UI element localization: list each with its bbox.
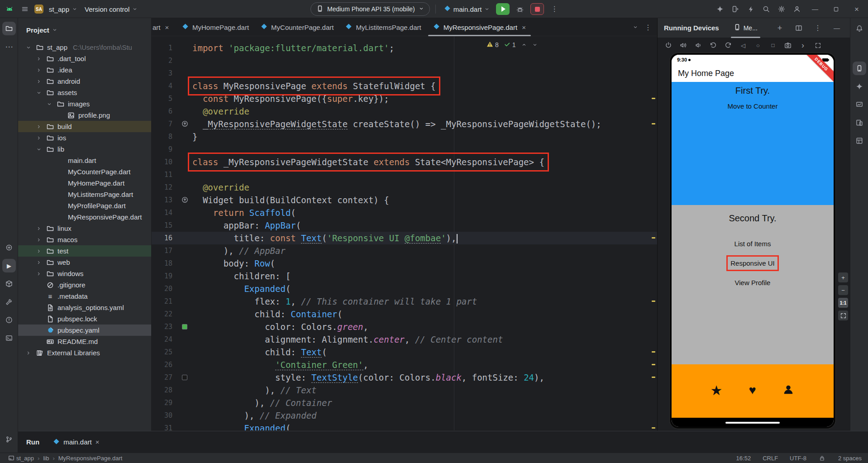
- heart-icon[interactable]: ♥: [749, 384, 756, 396]
- zoom-out-button[interactable]: −: [838, 285, 848, 295]
- split-view-button[interactable]: [792, 22, 806, 34]
- tab-mycounterpage-dart[interactable]: MyCounterPage.dart: [255, 18, 339, 36]
- gemini-tool-button[interactable]: [853, 80, 866, 93]
- code-line-11[interactable]: 11: [152, 168, 657, 181]
- code-line-16[interactable]: 16 title: const Text('Responsive UI @fom…: [152, 232, 657, 244]
- code-line-8[interactable]: 8}: [152, 130, 657, 143]
- tree-item-myprofilepage-dart[interactable]: MyProfilePage.dart: [18, 200, 151, 211]
- override-method-icon[interactable]: [181, 194, 188, 206]
- code-line-28[interactable]: 28 ), // Text: [152, 384, 657, 396]
- tree-item-st-app[interactable]: st_appC:\Users\fomba\Stu: [18, 42, 151, 53]
- line-number[interactable]: 14: [152, 206, 177, 219]
- run-toolwindow-title[interactable]: Run: [26, 438, 39, 446]
- line-number[interactable]: 11: [152, 168, 177, 181]
- line-number[interactable]: 22: [152, 308, 177, 320]
- zoom-actual-size-button[interactable]: 1:1: [838, 298, 848, 308]
- volume-up-button[interactable]: [679, 41, 688, 50]
- fullscreen-button[interactable]: [813, 41, 822, 50]
- more-chevron-button[interactable]: ›: [798, 41, 807, 50]
- line-separator[interactable]: CRLF: [763, 455, 778, 462]
- stripe-warning-mark[interactable]: [652, 364, 655, 365]
- line-number[interactable]: 3: [152, 67, 177, 80]
- code-line-2[interactable]: 2: [152, 54, 657, 67]
- debug-button[interactable]: [513, 3, 527, 15]
- code-line-6[interactable]: 6 @override: [152, 105, 657, 118]
- close-icon[interactable]: ×: [95, 438, 100, 446]
- close-button[interactable]: ×: [847, 0, 866, 18]
- hide-panel-button[interactable]: —: [830, 22, 844, 34]
- tab-list-dropdown-icon[interactable]: [633, 24, 638, 31]
- tree-item-ios[interactable]: ios: [18, 132, 151, 143]
- minimize-button[interactable]: —: [806, 0, 825, 18]
- stop-button[interactable]: [530, 3, 544, 15]
- code-line-10[interactable]: 10class _MyResponsivePageWidgetState ext…: [152, 156, 657, 168]
- tab-myhomepage-dart[interactable]: MyHomePage.dart: [176, 18, 255, 36]
- notifications-tool-button[interactable]: [853, 22, 866, 35]
- apply-changes-button[interactable]: [744, 3, 758, 15]
- code-line-9[interactable]: 9: [152, 143, 657, 156]
- run-tool-button[interactable]: ▶: [2, 259, 16, 272]
- code-line-13[interactable]: 13 Widget build(BuildContext context) {: [152, 194, 657, 206]
- device-mirror-button[interactable]: [729, 3, 742, 15]
- readonly-icon[interactable]: [818, 454, 826, 462]
- inspections-widget[interactable]: 8 1: [486, 41, 538, 49]
- code-line-29[interactable]: 29 ), // Container: [152, 396, 657, 409]
- code-line-24[interactable]: 24 alignment: Alignment.center, // Cente…: [152, 333, 657, 346]
- tree-item-main-dart[interactable]: main.dart: [18, 155, 151, 166]
- line-number[interactable]: 24: [152, 333, 177, 346]
- cursor-position[interactable]: 16:52: [736, 455, 751, 462]
- line-number[interactable]: 4: [152, 80, 177, 92]
- checks-count[interactable]: 1: [504, 41, 516, 49]
- tree-item-web[interactable]: web: [18, 257, 151, 268]
- code-line-5[interactable]: 5 const MyResponsivePage({super.key});: [152, 92, 657, 105]
- code-line-26[interactable]: 26 'Container Green',: [152, 358, 657, 371]
- line-number[interactable]: 21: [152, 295, 177, 308]
- line-number[interactable]: 5: [152, 92, 177, 105]
- stripe-warning-mark[interactable]: [652, 301, 655, 302]
- toolwindows-icon[interactable]: [6, 453, 16, 463]
- code-line-4[interactable]: 4class MyResponsivePage extends Stateful…: [152, 80, 657, 92]
- indent-config[interactable]: 2 spaces: [838, 455, 862, 462]
- ai-assistant-button[interactable]: [713, 3, 727, 15]
- star-icon[interactable]: ★: [711, 384, 723, 397]
- tree-item-mycounterpage-dart[interactable]: MyCounterPage.dart: [18, 166, 151, 177]
- line-number[interactable]: 1: [152, 42, 177, 54]
- stripe-warning-mark[interactable]: [652, 98, 655, 99]
- project-switcher[interactable]: st_app: [46, 3, 80, 15]
- responsive-ui-button[interactable]: Responsive UI: [672, 259, 834, 267]
- close-icon[interactable]: ×: [165, 24, 169, 31]
- tab-mylistitemspage-dart[interactable]: MyListitemsPage.dart: [339, 18, 427, 36]
- run-button[interactable]: [496, 3, 510, 15]
- tree-item-analysis-options-yaml[interactable]: analysis_options.yaml: [18, 302, 151, 313]
- editor[interactable]: 1import 'package:flutter/material.dart';…: [152, 36, 657, 430]
- rotate-right-button[interactable]: [724, 41, 733, 50]
- line-number[interactable]: 13: [152, 194, 177, 206]
- stripe-warning-mark[interactable]: [652, 427, 655, 429]
- tree-item-linux[interactable]: linux: [18, 223, 151, 234]
- tree-item-external-libraries[interactable]: External Libraries: [18, 347, 151, 358]
- main-menu-button[interactable]: [18, 3, 32, 15]
- line-number[interactable]: 20: [152, 282, 177, 295]
- more-tools-tool-button[interactable]: ⋯: [2, 40, 16, 53]
- line-number[interactable]: 2: [152, 54, 177, 67]
- line-number[interactable]: 10: [152, 156, 177, 168]
- code-line-31[interactable]: 31 Expanded(: [152, 422, 657, 430]
- tree-item-build[interactable]: build: [18, 121, 151, 132]
- more-actions-button[interactable]: ⋮: [548, 3, 561, 15]
- tree-item-test[interactable]: test: [18, 245, 151, 257]
- screenshot-button[interactable]: [783, 41, 792, 50]
- tree-item-lib[interactable]: lib: [18, 143, 151, 155]
- tab-art[interactable]: art×: [152, 18, 176, 36]
- code-line-21[interactable]: 21 flex: 1, // This container will take …: [152, 295, 657, 308]
- tree-item-pubspec-lock[interactable]: pubspec.lock: [18, 313, 151, 325]
- person-icon[interactable]: [782, 383, 795, 397]
- line-number[interactable]: 26: [152, 358, 177, 371]
- volume-down-button[interactable]: [694, 41, 703, 50]
- terminal-tool-button[interactable]: [2, 331, 16, 345]
- move-to-counter-button[interactable]: Move to Counter: [672, 102, 834, 110]
- account-button[interactable]: [790, 3, 804, 15]
- home-button[interactable]: ○: [754, 41, 763, 50]
- tree-item-myhomepage-dart[interactable]: MyHomePage.dart: [18, 177, 151, 189]
- code-line-27[interactable]: 27 style: TextStyle(color: Colors.black,…: [152, 371, 657, 384]
- line-number[interactable]: 29: [152, 396, 177, 409]
